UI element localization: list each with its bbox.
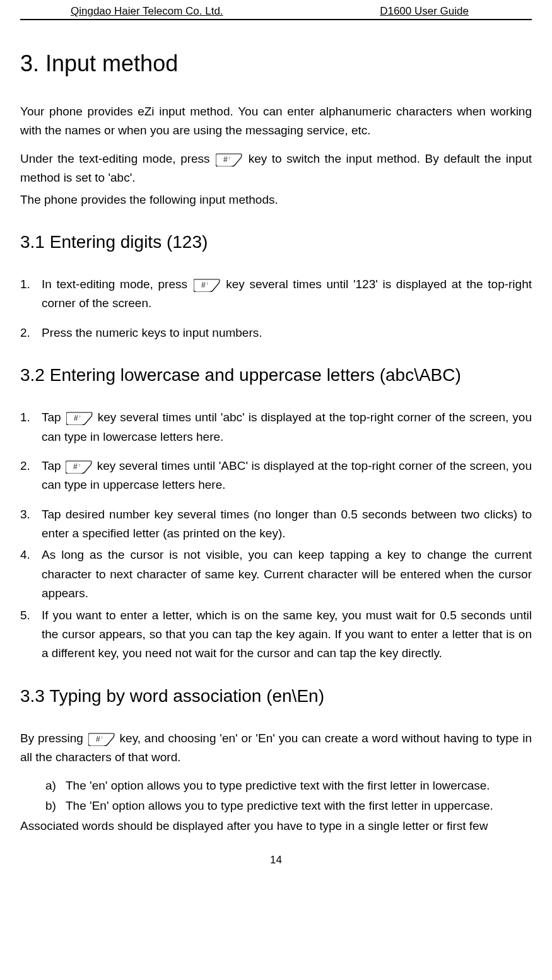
section-3-1-list: In text-editing mode, press key several … <box>20 275 532 342</box>
p1-text-a: By pressing <box>20 732 87 745</box>
hash-key-icon <box>194 278 220 292</box>
section-3-2-heading: 3.2 Entering lowercase and uppercase let… <box>20 365 532 385</box>
section-3-2-list: Tap key several times until 'abc' is dis… <box>20 408 532 663</box>
list-item: Tap key several times until 'ABC' is dis… <box>20 457 532 495</box>
section-3-3-heading: 3.3 Typing by word association (en\En) <box>20 686 532 706</box>
hash-key-icon <box>66 460 92 474</box>
header-guide: D1600 User Guide <box>380 5 469 18</box>
page-header: Qingdao Haier Telecom Co. Ltd. D1600 Use… <box>20 5 532 20</box>
item-text-b: key several times until 'abc' is display… <box>42 411 532 443</box>
intro-paragraph-1: Your phone provides eZi input method. Yo… <box>20 102 532 141</box>
list-item: The 'en' option allows you to type predi… <box>20 776 532 795</box>
hash-key-icon <box>88 732 115 746</box>
list-item: The 'En' option allows you to type predi… <box>20 796 532 815</box>
hash-key-icon <box>66 411 93 425</box>
item-text-a: In text-editing mode, press <box>42 277 192 291</box>
section-3-3-paragraph-1: By pressing key, and choosing 'en' or 'E… <box>20 729 532 767</box>
list-item: As long as the cursor is not visible, yo… <box>20 545 532 603</box>
item-text-a: Tap <box>42 459 64 472</box>
hash-key-icon <box>216 153 242 166</box>
intro-paragraph-2: Under the text-editing mode, press key t… <box>20 149 532 188</box>
intro-paragraph-3: The phone provides the following input m… <box>20 190 532 209</box>
section-3-1-heading: 3.1 Entering digits (123) <box>20 232 532 252</box>
list-item: If you want to enter a letter, which is … <box>20 606 532 663</box>
item-text-a: Tap <box>42 411 65 424</box>
list-item: Tap desired number key several times (no… <box>20 505 532 544</box>
page-number: 14 <box>20 854 532 866</box>
section-3-3-sublist: The 'en' option allows you to type predi… <box>20 776 532 816</box>
list-item: Press the numeric keys to input numbers. <box>20 324 532 342</box>
intro-p2-text-a: Under the text-editing mode, press <box>20 152 214 165</box>
item-text-b: key several times until 'ABC' is display… <box>42 459 532 491</box>
section-3-3-paragraph-2: Associated words should be displayed aft… <box>20 817 532 836</box>
header-company: Qingdao Haier Telecom Co. Ltd. <box>71 5 223 18</box>
list-item: In text-editing mode, press key several … <box>20 275 532 313</box>
chapter-title: 3. Input method <box>20 50 532 77</box>
list-item: Tap key several times until 'abc' is dis… <box>20 408 532 446</box>
